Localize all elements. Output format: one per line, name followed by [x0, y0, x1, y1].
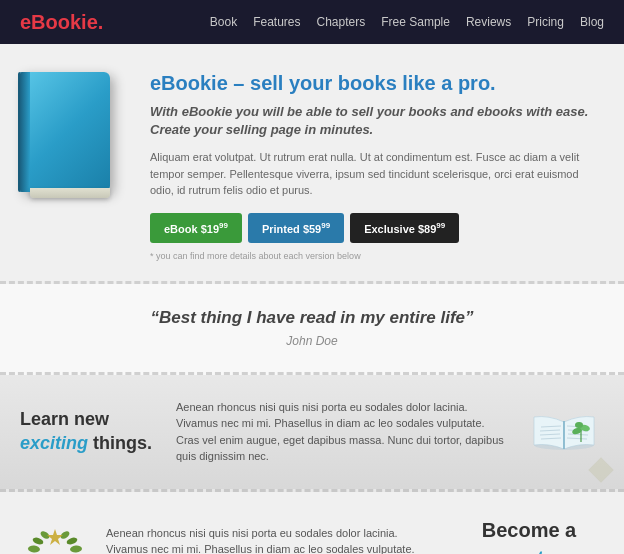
learn-section: Learn new exciting things. Aenean rhoncu… [0, 375, 624, 492]
learn-heading-line1: Learn new [20, 409, 109, 429]
logo-text: eBookie [20, 11, 98, 33]
btn-ebook[interactable]: eBook $1999 [150, 213, 242, 243]
learn-heading: Learn new exciting things. [20, 408, 160, 455]
nav-item-features[interactable]: Features [253, 15, 300, 29]
hero-subtitle: With eBookie you will be able to sell yo… [150, 103, 604, 139]
header: eBookie. BookFeaturesChaptersFree Sample… [0, 0, 624, 44]
svg-point-18 [32, 536, 44, 545]
hero-body: Aliquam erat volutpat. Ut rutrum erat nu… [150, 149, 604, 199]
master-body: Aenean rhoncus nisi quis nisi porta eu s… [106, 525, 438, 554]
svg-point-23 [70, 545, 83, 553]
nav-item-pricing[interactable]: Pricing [527, 15, 564, 29]
btn-note: * you can find more details about each v… [150, 251, 604, 261]
master-highlight: master [496, 547, 562, 554]
nav-item-chapters[interactable]: Chapters [317, 15, 366, 29]
master-section: Aenean rhoncus nisi quis nisi porta eu s… [0, 492, 624, 554]
hero-section: eBookie – sell your books like a pro. Wi… [0, 44, 624, 284]
btn-exclusive[interactable]: Exclusive $8999 [350, 213, 459, 243]
svg-point-24 [66, 536, 78, 545]
btn-printed[interactable]: Printed $5999 [248, 213, 344, 243]
logo-dot: . [98, 11, 104, 33]
hero-text: eBookie – sell your books like a pro. Wi… [150, 72, 604, 261]
book-cover [20, 72, 130, 261]
testimonial-author: John Doe [40, 334, 584, 348]
nav-item-blog[interactable]: Blog [580, 15, 604, 29]
logo[interactable]: eBookie. [20, 11, 103, 34]
main-nav: BookFeaturesChaptersFree SampleReviewsPr… [210, 15, 604, 29]
testimonial-quote: “Best thing I have read in my entire lif… [40, 308, 584, 328]
master-heading: Become a master in what you do. [454, 516, 604, 554]
hero-title: eBookie – sell your books like a pro. [150, 72, 604, 95]
buy-buttons: eBook $1999 Printed $5999 Exclusive $899… [150, 213, 604, 243]
diamond-decoration [588, 457, 613, 482]
nav-item-free-sample[interactable]: Free Sample [381, 15, 450, 29]
open-book-image [524, 407, 604, 457]
learn-body: Aenean rhoncus nisi quis nisi porta eu s… [176, 399, 508, 465]
svg-point-17 [28, 545, 41, 553]
nav-item-book[interactable]: Book [210, 15, 237, 29]
learn-highlight: exciting [20, 433, 88, 453]
nav-item-reviews[interactable]: Reviews [466, 15, 511, 29]
laurel-image [20, 523, 90, 554]
book-pages [30, 188, 110, 198]
testimonial-section: “Best thing I have read in my entire lif… [0, 284, 624, 375]
learn-heading-line2: things. [93, 433, 152, 453]
book-3d-image [20, 72, 110, 192]
master-heading-pre: Become a [482, 519, 577, 541]
